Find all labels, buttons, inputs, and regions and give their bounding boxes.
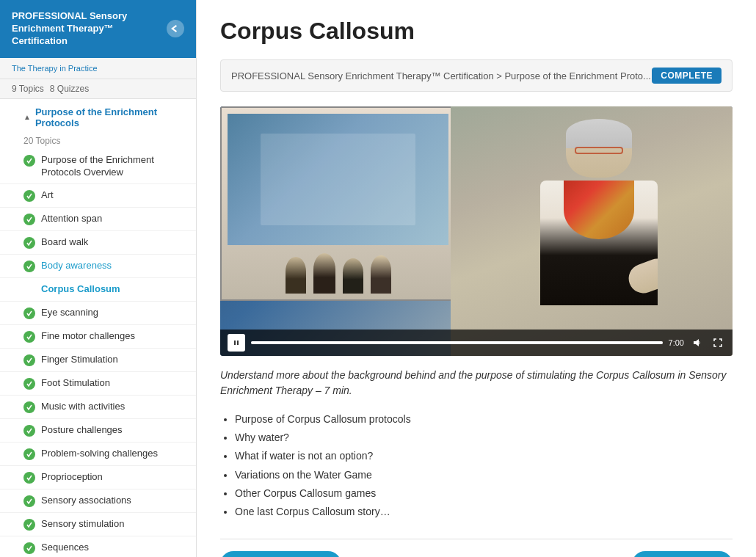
- bottom-navigation: Previous Topic Back to Lesson Next Topic: [220, 539, 733, 557]
- video-container[interactable]: 7:00: [220, 106, 733, 356]
- item-label-7: Fine motor challenges: [41, 330, 184, 343]
- item-label-10: Music with activities: [41, 401, 184, 413]
- completed-icon-8: [23, 354, 35, 366]
- sidebar-item-5[interactable]: Corpus Callosum: [0, 278, 196, 302]
- svg-rect-2: [237, 341, 239, 345]
- bullet-item-1: Why water?: [235, 429, 733, 447]
- presenter-area: [493, 119, 705, 343]
- topics-count: 9 Topics: [12, 84, 44, 94]
- sidebar-item-0[interactable]: Purpose of the Enrichment Protocols Over…: [0, 149, 196, 185]
- sidebar-item-2[interactable]: Attention span: [0, 208, 196, 231]
- sidebar-item-14[interactable]: Sensory associations: [0, 489, 196, 513]
- sidebar-item-3[interactable]: Board walk: [0, 231, 196, 255]
- sidebar-item-10[interactable]: Music with activities: [0, 396, 196, 419]
- video-scene: [220, 106, 733, 356]
- sidebar-item-11[interactable]: Posture challenges: [0, 419, 196, 443]
- video-right-panel: [451, 106, 733, 356]
- completed-icon-3: [23, 237, 35, 249]
- sidebar-item-12[interactable]: Problem-solving challenges: [0, 443, 196, 466]
- presenter-head: [566, 119, 632, 178]
- completed-icon-1: [23, 190, 35, 202]
- video-caption: Understand more about the background beh…: [220, 368, 733, 398]
- item-label-16: Sequences: [41, 542, 184, 554]
- topics-count-label: 20 Topics: [0, 133, 196, 149]
- page-title: Corpus Callosum: [220, 18, 733, 45]
- sidebar-item-7[interactable]: Fine motor challenges: [0, 325, 196, 349]
- completed-icon-13: [23, 472, 35, 484]
- item-label-14: Sensory associations: [41, 495, 184, 507]
- section-title-label: Purpose of the Enrichment Protocols: [35, 106, 184, 128]
- completed-icon-12: [23, 448, 35, 460]
- svg-rect-1: [234, 341, 236, 345]
- completed-icon-2: [23, 214, 35, 225]
- item-label-15: Sensory stimulation: [41, 518, 184, 531]
- presenter-body: [540, 181, 658, 305]
- fullscreen-icon[interactable]: [710, 335, 725, 350]
- video-progress-fill: [251, 341, 663, 344]
- video-controls[interactable]: 7:00: [220, 330, 733, 356]
- item-label-1: Art: [41, 189, 184, 202]
- main-content: Corpus Callosum PROFESSIONAL Sensory Enr…: [197, 0, 756, 557]
- presenter-hand: [625, 255, 658, 297]
- item-label-4: Body awareness: [41, 260, 184, 272]
- sidebar-item-8[interactable]: Finger Stimulation: [0, 349, 196, 372]
- person-silhouette-1: [286, 257, 306, 294]
- item-label-8: Finger Stimulation: [41, 354, 184, 366]
- completed-icon-4: [23, 261, 35, 272]
- svg-rect-0: [233, 339, 240, 346]
- play-button[interactable]: [228, 334, 245, 352]
- completed-icon-7: [23, 331, 35, 343]
- item-label-11: Posture challenges: [41, 424, 184, 437]
- sidebar-header: PROFESSIONAL Sensory Enrichment Therapy™…: [0, 0, 196, 58]
- sidebar-item-15[interactable]: Sensory stimulation: [0, 513, 196, 536]
- sidebar-item-9[interactable]: Foot Stimulation: [0, 372, 196, 396]
- sidebar-item-16[interactable]: Sequences: [0, 536, 196, 557]
- item-label-2: Attention span: [41, 213, 184, 225]
- breadcrumb-bar: PROFESSIONAL Sensory Enrichment Therapy™…: [220, 59, 733, 92]
- person-silhouette-3: [343, 258, 363, 294]
- sidebar-title: PROFESSIONAL Sensory Enrichment Therapy™…: [12, 10, 167, 48]
- sidebar-meta: 9 Topics 8 Quizzes: [0, 79, 196, 99]
- current-item-icon-5: [23, 283, 35, 295]
- volume-icon[interactable]: [690, 335, 705, 350]
- completed-icon-16: [23, 542, 35, 554]
- sidebar-scroll: ▲ Purpose of the Enrichment Protocols 20…: [0, 99, 196, 557]
- item-label-12: Problem-solving challenges: [41, 448, 184, 460]
- people-row: [228, 250, 448, 294]
- next-topic-button[interactable]: Next Topic: [632, 551, 733, 557]
- bullet-list: Purpose of Corpus Callosum protocols Why…: [220, 410, 733, 521]
- bullet-item-5: One last Corpus Callosum story…: [235, 503, 733, 521]
- sidebar-section-header[interactable]: ▲ Purpose of the Enrichment Protocols: [0, 99, 196, 133]
- completed-icon-14: [23, 495, 35, 507]
- sidebar-item-4[interactable]: Body awareness: [0, 255, 196, 278]
- presenter-scarf: [564, 181, 634, 239]
- sidebar-collapse-button[interactable]: [167, 20, 184, 37]
- completed-icon-11: [23, 425, 35, 437]
- sidebar-item-1[interactable]: Art: [0, 184, 196, 208]
- bullet-item-2: What if water is not an option?: [235, 447, 733, 465]
- video-screen: [228, 114, 448, 245]
- bullet-item-0: Purpose of Corpus Callosum protocols: [235, 410, 733, 429]
- video-time: 7:00: [669, 338, 684, 347]
- completed-icon-10: [23, 401, 35, 413]
- breadcrumb: PROFESSIONAL Sensory Enrichment Therapy™…: [231, 70, 651, 81]
- bullet-item-4: Other Corpus Callosum games: [235, 484, 733, 503]
- video-progress-bar[interactable]: [251, 341, 663, 344]
- video-placeholder: 7:00: [220, 106, 733, 356]
- bullet-item-3: Variations on the Water Game: [235, 466, 733, 484]
- previous-topic-button[interactable]: Previous Topic: [220, 551, 341, 557]
- sidebar-item-13[interactable]: Proprioception: [0, 466, 196, 489]
- sidebar-item-6[interactable]: Eye scanning: [0, 302, 196, 325]
- complete-badge: COMPLETE: [652, 68, 722, 84]
- item-label-9: Foot Stimulation: [41, 377, 184, 390]
- sidebar-parent-course[interactable]: The Therapy in Practice: [0, 58, 196, 79]
- person-silhouette-2: [313, 253, 335, 294]
- screen-content: [261, 134, 415, 225]
- item-label-0: Purpose of the Enrichment Protocols Over…: [41, 154, 184, 179]
- video-left-panel: [220, 106, 456, 301]
- sidebar: PROFESSIONAL Sensory Enrichment Therapy™…: [0, 0, 197, 557]
- completed-icon-0: [23, 155, 35, 167]
- presenter-glasses: [575, 147, 623, 154]
- person-silhouette-4: [371, 255, 391, 294]
- item-label-6: Eye scanning: [41, 307, 184, 319]
